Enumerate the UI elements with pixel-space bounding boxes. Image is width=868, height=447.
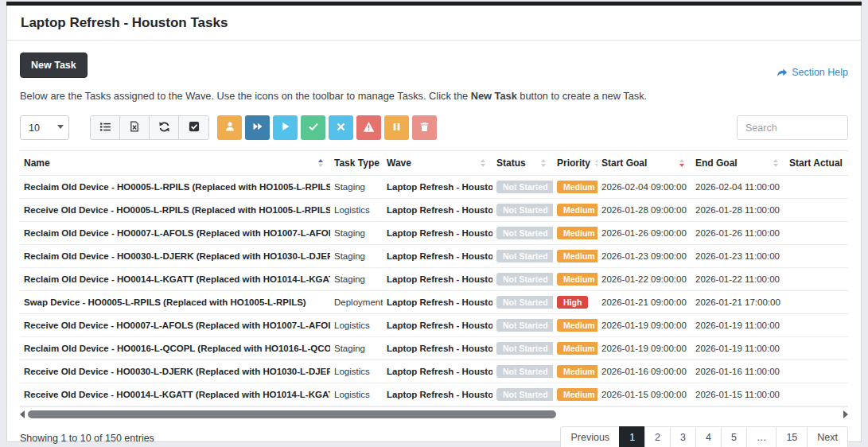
search-input[interactable] bbox=[737, 115, 848, 140]
pagination-ellipsis: … bbox=[746, 426, 777, 447]
tasks-panel: Laptop Refresh - Houston Tasks New Task … bbox=[6, 6, 862, 442]
refresh-button[interactable] bbox=[150, 116, 179, 139]
table-row[interactable]: Receive Old Device - HO0005-L-RPILS (Rep… bbox=[20, 199, 848, 222]
table-row[interactable]: Reclaim Old Device - HO0016-L-QCOPL (Rep… bbox=[20, 337, 848, 360]
tasks-table: Name Task Type Wave Status Priority Star… bbox=[20, 150, 848, 406]
issue-warning-button[interactable] bbox=[356, 115, 381, 140]
scrollbar-track[interactable] bbox=[28, 410, 840, 418]
horizontal-scrollbar[interactable] bbox=[20, 410, 848, 419]
sort-icons bbox=[679, 159, 684, 167]
pagination-page-4[interactable]: 4 bbox=[695, 426, 722, 447]
priority-badge: Medium bbox=[557, 204, 597, 217]
export-excel-button[interactable] bbox=[120, 116, 150, 139]
scroll-right-arrow-icon[interactable] bbox=[843, 410, 848, 418]
view-button-group bbox=[90, 115, 209, 140]
page-title: Laptop Refresh - Houston Tasks bbox=[21, 15, 847, 31]
priority-badge: High bbox=[557, 296, 588, 309]
status-badge: Not Started bbox=[496, 296, 553, 309]
column-header-status[interactable]: Status bbox=[492, 151, 553, 176]
table-row[interactable]: Receive Old Device - HO0014-L-KGATT (Rep… bbox=[20, 383, 848, 406]
status-badge: Not Started bbox=[496, 319, 553, 332]
pagination-previous[interactable]: Previous bbox=[560, 426, 620, 447]
refresh-icon bbox=[158, 121, 170, 135]
priority-badge: Medium bbox=[557, 365, 597, 379]
fast-forward-button[interactable] bbox=[245, 115, 270, 140]
actions-row: New Task Section Help bbox=[20, 52, 848, 78]
table-row[interactable]: Reclaim Old Device - HO0014-L-KGATT (Rep… bbox=[20, 268, 848, 291]
sort-icons bbox=[595, 159, 597, 167]
table-toolbar: 10 bbox=[20, 115, 848, 140]
status-badge: Not Started bbox=[496, 388, 553, 402]
priority-badge: Medium bbox=[557, 181, 597, 194]
start-task-button[interactable] bbox=[273, 115, 298, 140]
check-square-icon bbox=[189, 121, 200, 134]
pagination-page-2[interactable]: 2 bbox=[644, 426, 671, 447]
entries-info: Showing 1 to 10 of 150 entries bbox=[20, 433, 154, 444]
table-row[interactable]: Swap Device - HO0005-L-RPILS (Replaced w… bbox=[20, 291, 848, 314]
table-row[interactable]: Reclaim Old Device - HO0007-L-AFOLS (Rep… bbox=[20, 222, 848, 245]
select-all-button[interactable] bbox=[179, 116, 208, 139]
section-help-link[interactable]: Section Help bbox=[777, 67, 848, 78]
play-icon bbox=[280, 121, 291, 134]
column-header-priority[interactable]: Priority bbox=[553, 151, 597, 176]
fast-forward-icon bbox=[252, 121, 263, 134]
status-badge: Not Started bbox=[496, 342, 553, 356]
warning-icon bbox=[363, 121, 375, 135]
status-badge: Not Started bbox=[496, 273, 553, 286]
pagination-page-1[interactable]: 1 bbox=[619, 426, 645, 447]
page: { "header": { "title": "Laptop Refresh -… bbox=[0, 0, 868, 447]
table-row[interactable]: Receive Old Device - HO0030-L-DJERK (Rep… bbox=[20, 360, 848, 383]
delete-task-button[interactable] bbox=[412, 115, 437, 140]
column-header-name[interactable]: Name bbox=[20, 151, 330, 176]
column-header-start-actual[interactable]: Start Actual bbox=[785, 151, 848, 176]
description-text: Below are the Tasks assigned to the Wave… bbox=[20, 90, 848, 102]
table-row[interactable]: Reclaim Old Device - HO0030-L-DJERK (Rep… bbox=[20, 245, 848, 268]
sort-icons bbox=[318, 159, 323, 167]
user-icon bbox=[224, 121, 235, 134]
priority-badge: Medium bbox=[557, 250, 597, 263]
task-action-buttons bbox=[217, 115, 437, 140]
x-icon bbox=[336, 122, 346, 134]
priority-badge: Medium bbox=[557, 342, 597, 356]
complete-task-button[interactable] bbox=[301, 115, 325, 140]
scrollbar-thumb[interactable] bbox=[28, 410, 556, 418]
sort-icons bbox=[773, 159, 778, 167]
scroll-left-arrow-icon[interactable] bbox=[20, 410, 25, 418]
hold-task-button[interactable] bbox=[384, 115, 409, 140]
list-view-button[interactable] bbox=[91, 116, 120, 139]
section-help-label: Section Help bbox=[792, 67, 848, 78]
table-footer: Showing 1 to 10 of 150 entries Previous … bbox=[20, 426, 848, 447]
pagination-page-15[interactable]: 15 bbox=[776, 426, 808, 447]
page-size-dropdown[interactable]: 10 bbox=[20, 115, 69, 140]
column-header-start-goal[interactable]: Start Goal bbox=[597, 151, 691, 176]
sort-icons bbox=[847, 159, 848, 167]
priority-badge: Medium bbox=[557, 273, 597, 286]
file-excel-icon bbox=[129, 121, 140, 134]
sort-icons bbox=[541, 159, 546, 167]
panel-body: New Task Section Help Below are the Task… bbox=[7, 41, 861, 447]
pagination-page-5[interactable]: 5 bbox=[721, 426, 747, 447]
column-header-wave[interactable]: Wave bbox=[383, 151, 492, 176]
status-badge: Not Started bbox=[496, 227, 553, 240]
share-arrow-icon bbox=[777, 67, 788, 78]
trash-icon bbox=[419, 122, 430, 134]
assign-user-button[interactable] bbox=[217, 115, 242, 140]
table-row[interactable]: Reclaim Old Device - HO0005-L-RPILS (Rep… bbox=[20, 176, 848, 199]
column-header-task-type[interactable]: Task Type bbox=[330, 151, 383, 176]
pagination-next[interactable]: Next bbox=[807, 426, 848, 447]
column-header-end-goal[interactable]: End Goal bbox=[691, 151, 785, 176]
status-badge: Not Started bbox=[496, 365, 553, 379]
check-icon bbox=[308, 121, 319, 134]
list-icon bbox=[99, 121, 111, 135]
panel-header: Laptop Refresh - Houston Tasks bbox=[7, 6, 861, 41]
status-badge: Not Started bbox=[496, 204, 553, 217]
cancel-task-button[interactable] bbox=[329, 115, 353, 140]
table-row[interactable]: Receive Old Device - HO0007-L-AFOLS (Rep… bbox=[20, 314, 848, 337]
status-badge: Not Started bbox=[496, 250, 553, 263]
status-badge: Not Started bbox=[496, 181, 553, 194]
sort-icons bbox=[481, 159, 485, 167]
page-size-select[interactable]: 10 bbox=[20, 115, 69, 140]
priority-badge: Medium bbox=[557, 319, 597, 332]
pagination-page-3[interactable]: 3 bbox=[670, 426, 696, 447]
new-task-button[interactable]: New Task bbox=[20, 52, 88, 78]
